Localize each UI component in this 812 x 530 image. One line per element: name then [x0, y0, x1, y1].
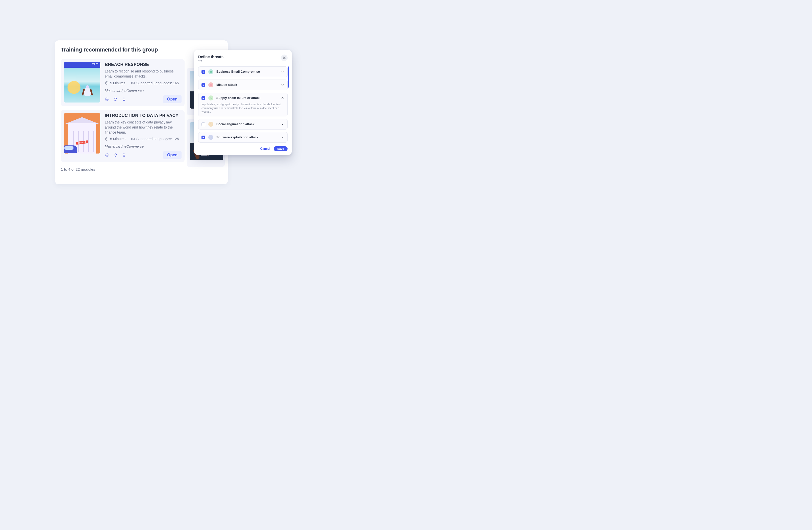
chevron-up-icon[interactable] — [281, 96, 284, 100]
card-thumbnail: CLOSED — [64, 113, 100, 154]
duration-text: 5 Minutes — [110, 137, 126, 141]
training-card[interactable]: BREACH RESPONSE Learn to recognise and r… — [61, 59, 185, 106]
threat-checkbox[interactable] — [202, 70, 205, 74]
threat-item[interactable]: Social engineering attack — [198, 119, 288, 130]
card-tags: Mastercard, eCommerce — [105, 89, 182, 93]
training-card[interactable]: CLOSED INTRODUCTION TO DATA PRIVACY Lear… — [61, 110, 185, 162]
threat-description: In publishing and graphic design, Lorem … — [202, 102, 284, 114]
new-badge-icon: NEW — [105, 153, 109, 157]
card-description: Learn to recognise and respond to busine… — [105, 69, 182, 79]
refresh-icon — [113, 153, 117, 157]
modal-title: Define threats — [198, 55, 223, 59]
card-meta: 5 Minutes Supported Languages: 125 — [105, 137, 182, 141]
threat-checkbox[interactable] — [202, 96, 205, 100]
modal-actions: Cancel Save — [198, 146, 288, 151]
threat-item[interactable]: Business Email Compromise — [198, 67, 288, 77]
card-thumbnail — [64, 62, 100, 102]
card-body: INTRODUCTION TO DATA PRIVACY Learn the k… — [105, 113, 182, 159]
chevron-down-icon[interactable] — [281, 123, 284, 126]
threat-name: Software exploitation attack — [216, 135, 278, 139]
threat-checkbox[interactable] — [202, 135, 205, 139]
threat-name: Misuse attack — [216, 83, 278, 87]
threat-type-icon — [208, 82, 213, 87]
clock-icon — [105, 137, 108, 141]
svg-rect-1 — [132, 82, 134, 84]
threat-type-icon — [208, 122, 213, 127]
languages: Supported Languages: 125 — [131, 137, 179, 141]
threat-type-icon — [208, 96, 213, 100]
card-title: INTRODUCTION TO DATA PRIVACY — [105, 113, 182, 118]
svg-point-11 — [124, 154, 125, 154]
close-icon — [283, 57, 286, 59]
card-badges: NEW — [105, 153, 126, 157]
share-icon — [122, 153, 126, 157]
card-body: BREACH RESPONSE Learn to recognise and r… — [105, 62, 182, 103]
threat-type-icon — [208, 69, 213, 74]
languages: Supported Languages: 165 — [131, 81, 179, 85]
chevron-down-icon[interactable] — [281, 70, 284, 73]
threat-checkbox[interactable] — [202, 123, 205, 126]
svg-text:NEW: NEW — [105, 155, 108, 156]
svg-text:NEW: NEW — [105, 99, 108, 100]
threat-name: Business Email Compromise — [216, 70, 278, 73]
threat-name: Supply chain failure or attack — [216, 96, 278, 100]
duration: 5 Minutes — [105, 81, 126, 85]
svg-rect-8 — [132, 138, 134, 140]
duration-text: 5 Minutes — [110, 81, 126, 85]
new-badge-icon: NEW — [105, 97, 109, 101]
threat-checkbox[interactable] — [202, 83, 205, 87]
modal-step: 2/5 — [198, 60, 223, 63]
save-button[interactable]: Save — [274, 146, 288, 151]
svg-point-14 — [210, 84, 211, 85]
cancel-button[interactable]: Cancel — [260, 147, 270, 151]
duration: 5 Minutes — [105, 137, 126, 141]
languages-icon — [131, 81, 135, 85]
svg-point-15 — [211, 124, 211, 124]
chevron-down-icon[interactable] — [281, 135, 284, 139]
svg-point-4 — [124, 98, 125, 99]
threat-item[interactable]: Software exploitation attack — [198, 132, 288, 143]
refresh-icon — [113, 97, 117, 101]
close-button[interactable] — [281, 55, 288, 61]
threat-name: Social engineering attack — [216, 123, 278, 126]
card-meta: 5 Minutes Supported Languages: 165 — [105, 81, 182, 85]
languages-text: Supported Languages: 165 — [136, 81, 179, 85]
languages-text: Supported Languages: 125 — [136, 137, 179, 141]
threat-type-icon — [208, 135, 213, 140]
define-threats-modal: Define threats 2/5 Business Email Compro… — [194, 50, 292, 155]
card-description: Learn the key concepts of data privacy l… — [105, 120, 182, 135]
threat-list: Business Email CompromiseMisuse attackSu… — [198, 67, 288, 143]
threat-item[interactable]: Supply chain failure or attackIn publish… — [198, 93, 288, 116]
share-icon — [122, 97, 126, 101]
languages-icon — [131, 137, 135, 141]
chevron-down-icon[interactable] — [281, 83, 284, 87]
card-tags: Mastercard, eCommerce — [105, 144, 182, 148]
threat-item[interactable]: Misuse attack — [198, 80, 288, 90]
card-badges: NEW — [105, 97, 126, 101]
card-title: BREACH RESPONSE — [105, 62, 182, 67]
clock-icon — [105, 81, 108, 85]
open-button[interactable]: Open — [163, 95, 182, 103]
open-button[interactable]: Open — [163, 151, 182, 159]
